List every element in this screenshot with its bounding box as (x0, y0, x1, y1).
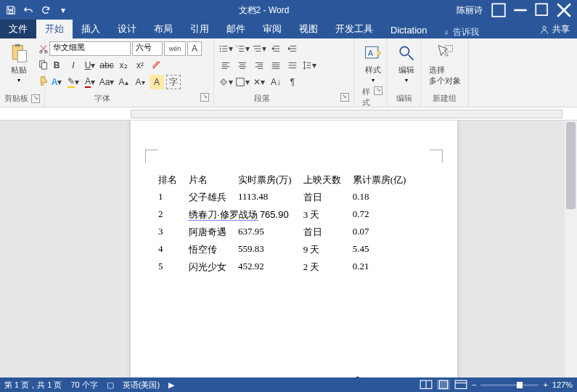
read-mode-icon[interactable] (420, 380, 433, 390)
superscript-icon[interactable]: x² (133, 58, 147, 73)
svg-point-11 (220, 48, 221, 49)
zoom-in-icon[interactable]: + (543, 380, 547, 389)
change-case-icon[interactable]: Aa▾ (99, 75, 114, 89)
tab-review[interactable]: 审阅 (254, 20, 290, 38)
vertical-scrollbar[interactable] (565, 121, 577, 377)
close-icon[interactable] (554, 2, 574, 18)
svg-rect-5 (17, 51, 26, 62)
svg-point-2 (543, 26, 546, 29)
paste-button[interactable]: 粘贴 ▾ (4, 41, 33, 85)
styles-button[interactable]: A 样式▾ (359, 41, 388, 85)
status-words[interactable]: 70 个字 (70, 380, 97, 391)
document-content[interactable]: 排名 片名 实时票房(万) 上映天数 累计票房(亿) 1父子雄兵1113.48首… (152, 171, 412, 276)
styles-launcher-icon[interactable]: ↘ (374, 86, 382, 95)
bullets-icon[interactable]: ▾ (218, 41, 233, 56)
zoom-slider[interactable] (480, 384, 539, 386)
tab-view[interactable]: 视图 (290, 20, 327, 38)
shrink-font-icon[interactable]: A▾ (133, 75, 147, 89)
print-layout-icon[interactable] (437, 380, 450, 390)
show-marks-icon[interactable]: ¶ (285, 75, 300, 89)
clear-format-icon[interactable] (150, 58, 164, 73)
asian-layout-icon[interactable]: ✕▾ (252, 75, 266, 89)
enclose-char-icon[interactable]: 字 (166, 75, 181, 89)
document-area[interactable]: 排名 片名 实时票房(万) 上映天数 累计票房(亿) 1父子雄兵1113.48首… (0, 121, 577, 377)
font-group-label: 字体 (94, 93, 110, 104)
macro-icon[interactable]: ▶ (168, 380, 174, 390)
justify-icon[interactable] (269, 58, 283, 73)
char-border-icon[interactable]: A (187, 41, 202, 56)
svg-rect-22 (439, 380, 447, 388)
paragraph-launcher-icon[interactable]: ↘ (340, 93, 349, 102)
subscript-icon[interactable]: x₂ (116, 58, 131, 73)
line-spacing-icon[interactable]: ▾ (302, 58, 316, 73)
table-row: 3阿唐奇遇637.95首日0.07 (152, 224, 412, 241)
grow-font-icon[interactable]: A▴ (116, 75, 131, 89)
select-objects-button[interactable]: 选择 多个对象 (425, 41, 464, 88)
numbering-icon[interactable]: 1▾ (235, 41, 250, 56)
spellcheck-icon[interactable]: ▢ (107, 380, 114, 390)
maximize-icon[interactable] (532, 2, 552, 18)
cut-icon[interactable] (36, 41, 51, 56)
ribbon-options-icon[interactable] (488, 2, 509, 18)
tab-file[interactable]: 文件 (0, 20, 36, 38)
tab-references[interactable]: 引用 (181, 20, 218, 38)
clipboard-group-label: 剪贴板 (4, 93, 28, 104)
data-table: 排名 片名 实时票房(万) 上映天数 累计票房(亿) 1父子雄兵1113.48首… (152, 171, 412, 276)
char-shading-icon[interactable]: A (150, 75, 164, 89)
align-right-icon[interactable] (252, 58, 266, 73)
tab-home[interactable]: 开始 (36, 20, 73, 38)
phonetic-guide-button[interactable]: wén (164, 41, 186, 56)
undo-icon[interactable] (20, 2, 36, 18)
clipboard-launcher-icon[interactable]: ↘ (31, 94, 40, 103)
table-header: 排名 片名 实时票房(万) 上映天数 累计票房(亿) (152, 171, 412, 189)
ruler[interactable] (0, 107, 577, 121)
decrease-indent-icon[interactable] (269, 41, 283, 56)
repeat-icon[interactable] (38, 2, 54, 18)
status-page[interactable]: 第 1 页，共 1 页 (4, 380, 62, 391)
highlight-icon[interactable]: ✎▾ (66, 75, 81, 89)
sort-icon[interactable]: A↓ (269, 75, 283, 89)
save-icon[interactable] (3, 2, 19, 18)
tab-insert[interactable]: 插入 (73, 20, 109, 38)
tab-dictation[interactable]: Dictation (382, 22, 436, 38)
tab-mailings[interactable]: 邮件 (218, 20, 254, 38)
tab-design[interactable]: 设计 (109, 20, 145, 38)
font-name-select[interactable]: 华文细黑 (49, 41, 131, 56)
text-cursor-icon: I (356, 375, 359, 377)
bold-icon[interactable]: B (49, 58, 64, 73)
tab-developer[interactable]: 开发工具 (327, 20, 382, 38)
text-effects-icon[interactable]: A▾ (49, 75, 64, 89)
font-launcher-icon[interactable]: ↘ (200, 93, 209, 102)
increase-indent-icon[interactable] (285, 41, 300, 56)
qat-more-icon[interactable]: ▾ (55, 2, 71, 18)
svg-rect-1 (536, 4, 547, 15)
svg-rect-23 (455, 380, 467, 388)
svg-text:A: A (368, 49, 373, 57)
shading-icon[interactable]: ▾ (218, 75, 233, 89)
tell-me[interactable]: ♀ 告诉我 (443, 26, 479, 38)
svg-point-10 (220, 46, 221, 47)
font-color-icon[interactable]: A▾ (83, 75, 97, 89)
svg-text:1: 1 (236, 44, 238, 48)
editing-button[interactable]: 编辑▾ (392, 41, 421, 85)
share-button[interactable]: 共享 (532, 20, 577, 38)
collapse-ribbon-icon[interactable]: ⌃ (568, 383, 574, 391)
web-layout-icon[interactable] (454, 380, 467, 390)
font-size-select[interactable]: 六号 (132, 41, 163, 56)
italic-icon[interactable]: I (66, 58, 81, 73)
format-painter-icon[interactable] (36, 73, 51, 88)
copy-icon[interactable] (36, 57, 51, 72)
user-name: 陈丽诗 (457, 4, 483, 17)
status-language[interactable]: 英语(美国) (123, 380, 160, 391)
align-center-icon[interactable] (235, 58, 250, 73)
underline-icon[interactable]: U▾ (83, 58, 97, 73)
minimize-icon[interactable] (510, 2, 531, 18)
tab-layout[interactable]: 布局 (145, 20, 181, 38)
scroll-thumb[interactable] (566, 122, 576, 209)
borders-icon[interactable]: ▾ (235, 75, 250, 89)
distribute-icon[interactable] (285, 58, 300, 73)
multilevel-icon[interactable]: ▾ (252, 41, 266, 56)
zoom-out-icon[interactable]: − (472, 380, 476, 389)
strikethrough-icon[interactable]: abc (99, 58, 114, 73)
align-left-icon[interactable] (218, 58, 233, 73)
